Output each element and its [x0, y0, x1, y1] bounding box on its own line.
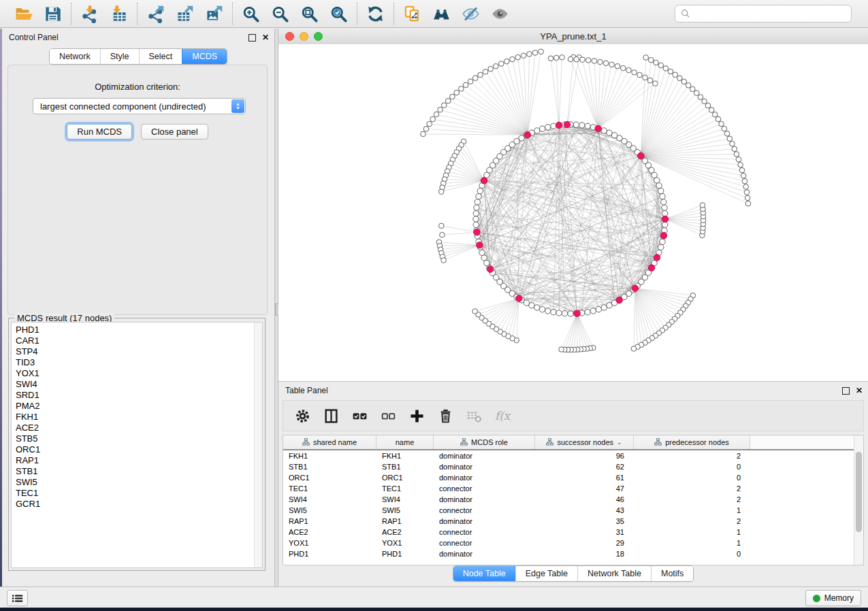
table-cell[interactable]: connector	[434, 483, 535, 494]
table-cell[interactable]: TEC1	[283, 483, 376, 494]
tab-node-table[interactable]: Node Table	[453, 566, 515, 581]
result-list-item[interactable]: SWI5	[12, 477, 262, 488]
task-history-button[interactable]	[7, 590, 28, 606]
table-cell[interactable]: 2	[634, 516, 750, 527]
save-session-icon[interactable]	[44, 5, 62, 23]
table-cell[interactable]: 2	[634, 483, 750, 494]
tab-style[interactable]: Style	[100, 49, 139, 64]
select-all-icon[interactable]	[351, 408, 368, 425]
table-scrollbar-thumb[interactable]	[856, 452, 862, 532]
toggle-column-icon[interactable]	[323, 408, 340, 425]
table-cell[interactable]: FKH1	[283, 450, 376, 461]
table-cell[interactable]: STB1	[283, 461, 376, 472]
table-cell[interactable]: 2	[634, 494, 750, 505]
table-cell[interactable]: SWI4	[283, 494, 376, 505]
export-table-icon[interactable]	[176, 5, 194, 23]
table-cell[interactable]: FKH1	[376, 450, 434, 461]
table-cell[interactable]: 0	[634, 472, 750, 483]
tab-network-table[interactable]: Network Table	[577, 566, 651, 581]
column-header-MCDS-role[interactable]: MCDS role	[434, 435, 535, 449]
run-mcds-button[interactable]: Run MCDS	[67, 124, 132, 139]
close-table-panel-icon[interactable]: ✕	[856, 387, 863, 394]
table-cell[interactable]: STB1	[376, 461, 434, 472]
table-row[interactable]: RAP1RAP1dominator352	[283, 516, 863, 527]
result-list-item[interactable]: STB1	[12, 466, 262, 477]
table-cell[interactable]: 29	[535, 538, 634, 548]
table-cell[interactable]: dominator	[434, 516, 535, 527]
column-header-predecessor-nodes[interactable]: predecessor nodes	[634, 435, 750, 449]
column-header-successor-nodes[interactable]: successor nodes⌄	[535, 435, 634, 449]
table-cell[interactable]: 31	[535, 527, 634, 538]
table-cell[interactable]: SWI5	[283, 505, 376, 516]
table-cell[interactable]: dominator	[434, 450, 535, 461]
import-network-icon[interactable]	[80, 5, 99, 23]
search-input[interactable]	[694, 8, 846, 20]
close-panel-icon[interactable]: ✕	[262, 34, 269, 41]
result-list-item[interactable]: ACE2	[12, 423, 262, 433]
table-cell[interactable]: TEC1	[376, 483, 434, 494]
table-cell[interactable]: ACE2	[376, 527, 434, 538]
float-table-panel-icon[interactable]	[842, 387, 850, 395]
table-cell[interactable]: RAP1	[376, 516, 434, 527]
tab-mcds[interactable]: MCDS	[182, 49, 227, 64]
table-cell[interactable]: 96	[535, 450, 634, 461]
table-cell[interactable]: 43	[535, 505, 634, 516]
result-list-scrollbar[interactable]	[254, 323, 262, 567]
result-list-item[interactable]: GCR1	[12, 499, 262, 510]
zoom-fit-icon[interactable]	[300, 5, 319, 23]
column-header-name[interactable]: name	[376, 435, 434, 449]
column-header-shared-name[interactable]: shared name	[283, 435, 376, 449]
result-list-item[interactable]: CAR1	[12, 335, 262, 346]
delete-row-icon[interactable]	[437, 408, 454, 425]
table-cell[interactable]: SWI4	[376, 494, 434, 505]
table-cell[interactable]: YOX1	[283, 538, 376, 548]
result-list-item[interactable]: SWI4	[12, 379, 262, 390]
table-cell[interactable]: 35	[535, 516, 634, 527]
network-graph[interactable]	[278, 44, 868, 381]
table-row[interactable]: ACE2ACE2connector311	[283, 527, 863, 538]
memory-button[interactable]: Memory	[805, 590, 861, 606]
table-cell[interactable]: RAP1	[283, 516, 376, 527]
result-list-item[interactable]: RAP1	[12, 455, 262, 466]
table-cell[interactable]: dominator	[434, 494, 535, 505]
tab-select[interactable]: Select	[139, 49, 182, 64]
table-cell[interactable]: ORC1	[376, 472, 434, 483]
tab-edge-table[interactable]: Edge Table	[515, 566, 577, 581]
float-panel-icon[interactable]	[248, 34, 256, 42]
result-list-item[interactable]: TEC1	[12, 488, 262, 499]
table-cell[interactable]: PHD1	[376, 548, 434, 559]
show-all-icon[interactable]	[491, 5, 509, 23]
table-cell[interactable]: 46	[535, 494, 634, 505]
table-cell[interactable]: 1	[634, 505, 750, 516]
table-row[interactable]: ORC1ORC1dominator610	[283, 472, 863, 483]
table-cell[interactable]: 0	[634, 461, 750, 472]
table-cell[interactable]: connector	[434, 527, 535, 538]
table-cell[interactable]: YOX1	[376, 538, 434, 548]
result-list-item[interactable]: PMA2	[12, 401, 262, 412]
table-row[interactable]: SWI4SWI4dominator462	[283, 494, 863, 505]
clone-network-icon[interactable]	[403, 5, 421, 23]
table-cell[interactable]: 61	[535, 472, 634, 483]
table-row[interactable]: STB1STB1dominator620	[283, 461, 863, 472]
result-list-item[interactable]: FKH1	[12, 412, 262, 423]
close-panel-button[interactable]: Close panel	[141, 124, 208, 139]
table-row[interactable]: TEC1TEC1connector472	[283, 483, 863, 494]
table-cell[interactable]: ACE2	[283, 527, 376, 538]
open-file-icon[interactable]	[14, 5, 33, 23]
zoom-in-icon[interactable]	[242, 5, 260, 23]
table-row[interactable]: SWI5SWI5connector431	[283, 505, 863, 516]
table-cell[interactable]: 0	[634, 548, 750, 559]
result-list-item[interactable]: STP4	[12, 346, 262, 357]
table-cell[interactable]: 18	[535, 548, 634, 559]
result-list-item[interactable]: TID3	[12, 357, 262, 368]
result-list-item[interactable]: YOX1	[12, 368, 262, 379]
mcds-result-list[interactable]: PHD1CAR1STP4TID3YOX1SWI4SRD1PMA2FKH1ACE2…	[11, 322, 263, 568]
table-cell[interactable]: PHD1	[283, 548, 376, 559]
table-cell[interactable]: 47	[535, 483, 634, 494]
optimization-criterion-select[interactable]: largest connected component (undirected)…	[33, 98, 246, 114]
result-list-item[interactable]: STB5	[12, 433, 262, 444]
settings-gear-icon[interactable]	[294, 408, 311, 425]
table-cell[interactable]: dominator	[434, 548, 535, 559]
hide-selected-icon[interactable]	[462, 5, 480, 23]
table-cell[interactable]: connector	[434, 505, 535, 516]
